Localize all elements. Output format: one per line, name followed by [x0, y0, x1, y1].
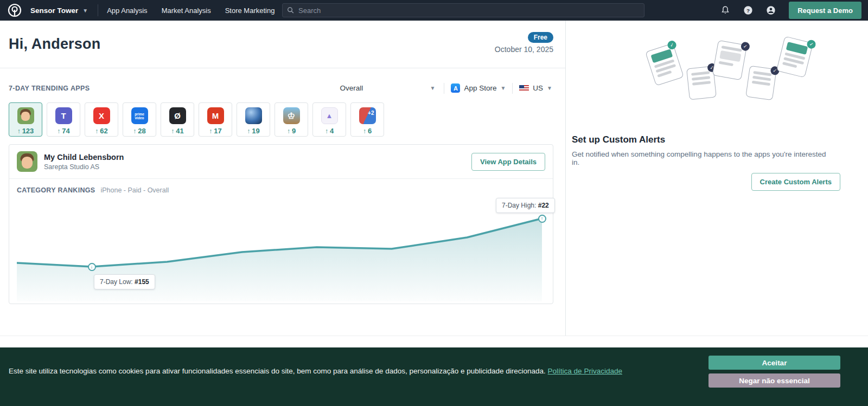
trending-title: 7-DAY TRENDING APPS: [9, 85, 90, 92]
trending-filters: Overall ▼ A App Store ▼ US ▼: [336, 81, 553, 95]
trending-app-tile[interactable]: T↑74: [47, 102, 80, 137]
trending-app-tile[interactable]: ▲↑4: [312, 102, 346, 137]
search-input[interactable]: [298, 7, 640, 15]
trending-apps-row: ↑123T↑74X↑62primevideo↑28Ø↑41M↑17↑19♔↑9▲…: [0, 95, 565, 137]
paper-card-icon: ✓: [776, 36, 813, 78]
up-arrow-icon: ↑: [95, 127, 98, 135]
trending-app-tile[interactable]: ↑19: [237, 102, 270, 137]
up-arrow-icon: ↑: [247, 127, 250, 135]
rank-change-value: ↑41: [171, 127, 183, 135]
sensor-tower-dashboard: Sensor Tower ▼ App Analysis Market Analy…: [0, 0, 868, 406]
high-tooltip: 7-Day High: #22: [496, 198, 555, 213]
rank-chart: ↓ ↑ 7-Day Low: #155 7-Day High: #22: [17, 195, 545, 301]
rank-change-value: ↑6: [363, 127, 372, 135]
page-header: Hi, Anderson Free October 10, 2025: [0, 21, 565, 68]
content-columns: Hi, Anderson Free October 10, 2025 7-DAY…: [0, 21, 868, 336]
app-identity: My Child Lebensborn Sarepta Studio AS: [44, 153, 124, 171]
nav-link-store-marketing[interactable]: Store Marketing: [225, 7, 275, 15]
selected-app-card: My Child Lebensborn Sarepta Studio AS Vi…: [9, 144, 553, 304]
app-publisher: Sarepta Studio AS: [44, 163, 124, 171]
privacy-policy-link[interactable]: Política de Privacidade: [548, 367, 622, 375]
request-demo-button[interactable]: Request a Demo: [789, 2, 861, 19]
circle-slash-app-icon: Ø: [169, 107, 186, 124]
filter-divider: [444, 83, 444, 94]
trending-app-tile[interactable]: M↑17: [199, 102, 232, 137]
navbar-actions: ? Request a Demo: [710, 2, 861, 19]
rank-change-value: ↑74: [57, 127, 69, 135]
custom-alerts-title: Set up Custom Alerts: [572, 134, 868, 145]
trending-app-tile[interactable]: +2↑6: [350, 102, 384, 137]
paper-card-icon: ✓: [745, 66, 777, 100]
paper-card-icon: ✓: [712, 40, 747, 80]
puzzle-2-game-icon: +2: [359, 107, 376, 124]
my-child-lebensborn-icon: [17, 151, 37, 172]
rank-change-value: ↑9: [287, 127, 296, 135]
teams-icon: T: [55, 107, 72, 124]
store-select[interactable]: A App Store ▼: [450, 81, 507, 95]
app-card-header: My Child Lebensborn Sarepta Studio AS Vi…: [9, 145, 553, 179]
rocket-app-icon: ▲: [321, 107, 338, 124]
up-arrow-icon: ↑: [287, 127, 290, 135]
svg-text:?: ?: [746, 8, 750, 14]
current-date: October 10, 2025: [495, 45, 553, 54]
us-flag-icon: [519, 85, 529, 92]
workspace-switcher[interactable]: Sensor Tower ▼: [30, 7, 93, 15]
rank-change-value: ↑4: [325, 127, 334, 135]
app-store-icon: A: [451, 83, 460, 93]
up-arrow-icon: ↑: [325, 127, 328, 135]
rank-change-value: ↑123: [17, 127, 34, 135]
trending-app-tile[interactable]: X↑62: [85, 102, 118, 137]
rank-change-value: ↑17: [209, 127, 221, 135]
up-arrow-icon: ↑: [363, 127, 366, 135]
low-tooltip: 7-Day Low: #155: [94, 274, 155, 289]
country-select[interactable]: US ▼: [518, 82, 553, 94]
global-search[interactable]: [282, 3, 644, 17]
right-sidebar: ✓ ✓ ✓ ✓ ✓ Set up Custo: [566, 21, 868, 336]
up-arrow-icon: ↑: [133, 127, 136, 135]
king-game-icon: ♔: [283, 107, 300, 124]
trending-app-tile[interactable]: primevideo↑28: [123, 102, 156, 137]
mcdonalds-icon: M: [207, 107, 224, 124]
trending-app-tile[interactable]: Ø↑41: [161, 102, 194, 137]
paper-card-icon: ✓: [686, 66, 717, 100]
up-arrow-icon: ↑: [57, 127, 60, 135]
custom-alerts-illustration: ✓ ✓ ✓ ✓ ✓: [602, 36, 819, 117]
rank-change-value: ↑28: [133, 127, 145, 135]
app-name: My Child Lebensborn: [44, 153, 124, 162]
nav-divider: [98, 4, 98, 16]
chevron-down-icon: ▼: [500, 85, 506, 91]
up-arrow-icon: ↑: [171, 127, 174, 135]
accept-cookies-button[interactable]: Aceitar: [709, 356, 840, 370]
search-icon: [287, 7, 295, 14]
page-title: Hi, Anderson: [9, 36, 100, 53]
main-column: Hi, Anderson Free October 10, 2025 7-DAY…: [0, 21, 566, 336]
chevron-down-icon: ▼: [82, 8, 88, 14]
view-app-details-button[interactable]: View App Details: [471, 153, 545, 171]
filter-divider: [512, 83, 513, 94]
trending-app-tile[interactable]: ♔↑9: [275, 102, 308, 137]
globe-app-icon: [245, 107, 262, 124]
create-custom-alerts-button[interactable]: Create Custom Alerts: [751, 173, 840, 191]
rankings-subtitle: iPhone - Paid - Overall: [100, 186, 169, 194]
user-account-icon[interactable]: [766, 5, 776, 15]
paper-card-icon: ✓: [645, 43, 684, 86]
nav-link-market-analysis[interactable]: Market Analysis: [162, 7, 211, 15]
plan-badge: Free: [528, 32, 553, 43]
rank-change-value: ↑19: [247, 127, 259, 135]
notifications-bell-icon[interactable]: [720, 5, 730, 15]
high-point-marker: ↑: [538, 215, 546, 223]
trending-section-header: 7-DAY TRENDING APPS Overall ▼ A App Stor…: [0, 68, 565, 95]
trending-app-tile[interactable]: ↑123: [9, 102, 42, 137]
cookie-consent-banner: Este site utiliza tecnologias como cooki…: [0, 347, 868, 406]
deny-cookies-button[interactable]: Negar não essencial: [709, 373, 840, 388]
rankings-label-row: CATEGORY RANKINGS iPhone - Paid - Overal…: [9, 179, 553, 195]
nav-link-app-analysis[interactable]: App Analysis: [107, 7, 147, 15]
x-app-icon: X: [93, 107, 110, 124]
primary-nav: App Analysis Market Analysis Store Marke…: [107, 7, 275, 15]
help-icon[interactable]: ?: [743, 5, 753, 15]
custom-alerts-description: Get notified when something compelling h…: [572, 150, 827, 166]
low-point-marker: ↓: [88, 263, 96, 271]
sensor-tower-logo[interactable]: [7, 2, 23, 18]
prime-video-icon: primevideo: [131, 107, 148, 124]
category-select[interactable]: Overall ▼: [336, 82, 438, 94]
